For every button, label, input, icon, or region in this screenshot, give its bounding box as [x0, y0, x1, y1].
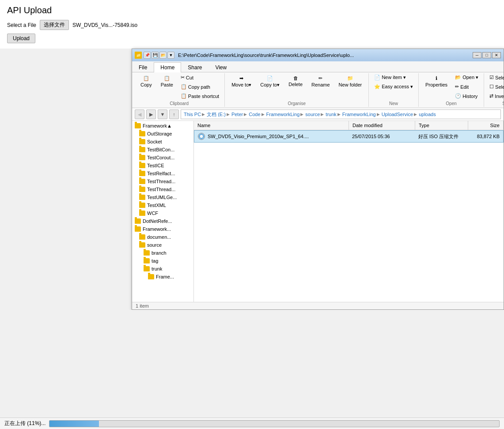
- save-button[interactable]: 💾: [152, 52, 159, 59]
- open-button[interactable]: 📂 Open ▾: [452, 73, 481, 82]
- explorer-dialog: 📁 📌 💾 📂 ▼ E:\Peter\Code\FrameworkLing\so…: [132, 49, 504, 310]
- tab-file[interactable]: File: [132, 62, 154, 72]
- paste-button[interactable]: 📋 Paste: [157, 73, 177, 90]
- forward-button[interactable]: ▶: [146, 109, 156, 119]
- sidebar-item-framework[interactable]: Framework▲: [132, 122, 193, 130]
- invert-icon: ⇄: [489, 93, 493, 99]
- select-label: Select: [487, 100, 504, 106]
- path-uploads[interactable]: uploads: [419, 112, 436, 117]
- cut-button[interactable]: ✂ Cut: [178, 73, 222, 82]
- path-uploadservice[interactable]: UploadService: [382, 112, 413, 117]
- dropdown-button[interactable]: ▼: [167, 52, 174, 59]
- rename-button[interactable]: ✏ Rename: [307, 73, 334, 90]
- sidebar-item-testxml[interactable]: TestXML: [132, 201, 193, 209]
- sidebar-item-dotnetrefe[interactable]: DotNetRefe...: [132, 217, 193, 225]
- close-button[interactable]: ✕: [492, 52, 501, 58]
- select-all-button[interactable]: ☑ Select all: [487, 73, 504, 82]
- sidebar-item-testice[interactable]: TestICE: [132, 162, 193, 169]
- edit-button[interactable]: ✏ Edit: [452, 83, 481, 91]
- path-arrow-2: ▶: [227, 112, 230, 117]
- folder-nav-button[interactable]: 📂: [159, 52, 167, 59]
- path-drive[interactable]: 文档 (E:): [207, 111, 226, 118]
- sidebar-item-documen[interactable]: documen...: [132, 233, 193, 241]
- col-date[interactable]: Date modified: [349, 121, 415, 130]
- clipboard-label: Clipboard: [136, 100, 222, 106]
- page-title: API Upload: [7, 5, 497, 15]
- sidebar-item-testcorout[interactable]: TestCorout...: [132, 154, 193, 162]
- col-name[interactable]: Name: [194, 121, 349, 130]
- move-to-button[interactable]: ➡ Move to▾: [227, 73, 255, 90]
- paste-shortcut-button[interactable]: 📋 Paste shortcut: [178, 92, 222, 100]
- sidebar: Framework▲ OutStorage Socket TestBitCon.…: [132, 121, 194, 302]
- sidebar-item-tag[interactable]: tag: [132, 257, 193, 265]
- select-none-button[interactable]: ☐ Select none: [487, 83, 504, 91]
- copy-to-button[interactable]: 📄 Copy to▾: [256, 73, 284, 90]
- path-peter[interactable]: Peter: [231, 112, 243, 117]
- ribbon-group-clipboard: 📋 Copy 📋 Paste ✂ Cut 📋 Copy path: [134, 73, 225, 107]
- address-path-bar[interactable]: This PC ▶ 文档 (E:) ▶ Peter ▶ Code ▶ Frame…: [181, 109, 501, 119]
- path-arrow-9: ▶: [414, 112, 417, 117]
- sidebar-item-testumlge[interactable]: TestUMLGe...: [132, 193, 193, 201]
- folder-icon: [139, 203, 145, 208]
- folder-icon: [135, 123, 141, 128]
- tab-share[interactable]: Share: [181, 62, 208, 72]
- copy-button[interactable]: 📋 Copy: [136, 73, 156, 90]
- title-controls: ─ □ ✕: [473, 52, 501, 58]
- path-code[interactable]: Code: [249, 112, 260, 117]
- ribbon-group-organise: ➡ Move to▾ 📄 Copy to▾ 🗑 Delete ✏ Rename …: [225, 73, 369, 107]
- back-button[interactable]: ◀: [135, 109, 144, 119]
- path-thispc[interactable]: This PC: [184, 112, 201, 117]
- tab-view[interactable]: View: [208, 62, 233, 72]
- sidebar-item-branch[interactable]: branch: [132, 249, 193, 257]
- delete-button[interactable]: 🗑 Delete: [284, 73, 307, 89]
- sidebar-item-framework2[interactable]: Framework...: [132, 225, 193, 233]
- ribbon: 📋 Copy 📋 Paste ✂ Cut 📋 Copy path: [132, 72, 504, 108]
- upload-button[interactable]: Upload: [7, 34, 35, 43]
- copy-path-button[interactable]: 📋 Copy path: [178, 83, 222, 91]
- move-icon: ➡: [239, 75, 243, 81]
- path-trunk[interactable]: trunk: [326, 112, 336, 117]
- file-list: SW_DVD5_Visio_Premium_2010w_SP1_64.... 2…: [194, 130, 504, 302]
- sidebar-item-wcf[interactable]: WCF: [132, 209, 193, 217]
- folder-icon: [139, 139, 145, 144]
- new-folder-button[interactable]: 📁 New folder: [335, 73, 366, 90]
- table-row[interactable]: SW_DVD5_Visio_Premium_2010w_SP1_64.... 2…: [194, 130, 504, 143]
- folder-icon: [139, 211, 145, 216]
- sidebar-item-testrelfact[interactable]: TestRelfact...: [132, 169, 193, 177]
- tab-home[interactable]: Home: [154, 62, 181, 72]
- up-button[interactable]: ↑: [169, 109, 179, 119]
- iso-file-icon: [198, 133, 205, 140]
- file-cell-size: 83,872 KB: [468, 133, 503, 140]
- copy-path-icon: 📋: [181, 84, 187, 90]
- path-frameworkling[interactable]: FrameworkLing: [266, 112, 300, 117]
- pin-button[interactable]: 📌: [144, 52, 151, 59]
- recent-locations-button[interactable]: ▼: [158, 109, 167, 119]
- invert-selection-button[interactable]: ⇄ Invert selection: [487, 92, 504, 100]
- sidebar-item-testbitcon[interactable]: TestBitCon...: [132, 146, 193, 154]
- history-button[interactable]: 🕐 History: [452, 92, 481, 100]
- open-items: ℹ Properties 📂 Open ▾ ✏ Edit 🕐 History: [421, 73, 481, 100]
- path-source[interactable]: source: [305, 112, 320, 117]
- properties-button[interactable]: ℹ Properties: [421, 73, 451, 90]
- sidebar-item-socket[interactable]: Socket: [132, 138, 193, 146]
- sidebar-item-testthread2[interactable]: TestThread...: [132, 185, 193, 193]
- new-folder-icon: 📁: [347, 75, 353, 81]
- maximize-button[interactable]: □: [482, 52, 491, 58]
- choose-file-button[interactable]: 选择文件: [40, 20, 69, 30]
- paste-icon: 📋: [164, 75, 170, 81]
- minimize-button[interactable]: ─: [473, 52, 481, 58]
- file-select-row: Select a File 选择文件 SW_DVD5_Vis...-75849.…: [7, 20, 497, 30]
- new-item-button[interactable]: 📄 New item ▾: [371, 73, 416, 82]
- easy-access-button[interactable]: ⭐ Easy access ▾: [371, 83, 416, 91]
- path-fl[interactable]: FrameworkLing: [342, 112, 376, 117]
- folder-icon: [139, 195, 145, 200]
- copy-icon: 📋: [143, 75, 149, 81]
- sidebar-item-trunk[interactable]: trunk: [132, 265, 193, 273]
- sidebar-item-outstorage[interactable]: OutStorage: [132, 130, 193, 138]
- col-type[interactable]: Type: [415, 121, 468, 130]
- sidebar-item-source[interactable]: source: [132, 241, 193, 249]
- sidebar-item-frame[interactable]: Frame...: [132, 273, 193, 281]
- path-arrow-6: ▶: [321, 112, 324, 117]
- col-size[interactable]: Size: [468, 121, 504, 130]
- sidebar-item-testthread1[interactable]: TestThread...: [132, 177, 193, 185]
